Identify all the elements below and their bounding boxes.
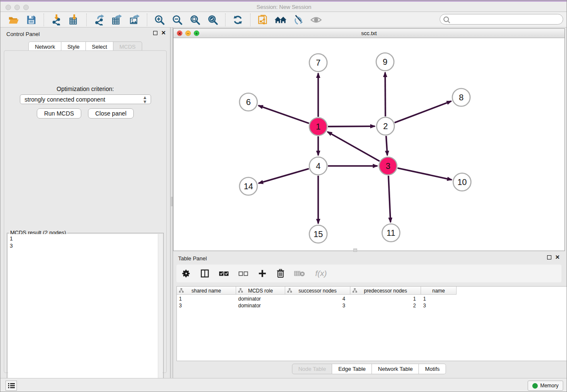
deselect-all-icon[interactable]	[238, 267, 248, 280]
search-input[interactable]	[449, 15, 563, 24]
graph-node-6[interactable]: 6	[239, 93, 257, 111]
select-all-icon[interactable]	[219, 267, 229, 280]
export-network-icon[interactable]	[93, 14, 105, 26]
graph-node-4[interactable]: 4	[309, 157, 327, 175]
import-network-icon[interactable]	[50, 14, 63, 26]
edge-2-8[interactable]	[395, 101, 451, 123]
edge-1-2[interactable]	[328, 126, 375, 127]
search-icon	[443, 17, 449, 22]
cell-name[interactable]: 3	[423, 302, 454, 309]
edge-4-14[interactable]	[259, 168, 309, 183]
toolbar-separator	[86, 14, 87, 26]
zoom-out-icon[interactable]	[171, 14, 184, 26]
toolbar-separator	[225, 14, 226, 26]
refresh-icon[interactable]	[231, 14, 244, 26]
edge-3-10[interactable]	[398, 168, 452, 180]
node-label: 1	[316, 122, 320, 131]
graph-node-8[interactable]: 8	[452, 88, 470, 106]
node-label: 9	[383, 57, 387, 66]
horizontal-splitter-grip[interactable]	[353, 248, 357, 252]
graph-node-10[interactable]: 10	[453, 173, 471, 191]
network-window-titlebar[interactable]: ✕ − + scc.txt	[173, 29, 564, 38]
cell-name[interactable]: 1	[423, 295, 454, 302]
node-label: 6	[246, 97, 250, 107]
add-icon[interactable]	[258, 267, 267, 280]
mcds-result-text[interactable]: 1 3	[8, 234, 158, 392]
result-scrollbar[interactable]	[158, 234, 162, 392]
cell-MCDS-role[interactable]: dominator	[238, 302, 283, 309]
float-table-panel-icon[interactable]	[547, 255, 551, 259]
control-panel-header: Control Panel ✕	[0, 28, 170, 40]
cell-predecessor-nodes[interactable]: 2	[350, 302, 416, 309]
table-row[interactable]: 3dominator323	[177, 302, 567, 309]
column-header-shared-name[interactable]: shared name	[177, 287, 236, 295]
visibility-icon	[310, 14, 322, 26]
delete-column-icon	[294, 267, 305, 280]
cell-predecessor-nodes[interactable]: 1	[350, 295, 416, 302]
graph-node-3[interactable]: 3	[379, 157, 397, 175]
edge-2-3[interactable]	[386, 136, 388, 155]
table-row[interactable]: 1dominator411	[177, 295, 567, 302]
graph-node-9[interactable]: 9	[376, 53, 394, 71]
graph-node-2[interactable]: 2	[377, 117, 394, 135]
memory-button[interactable]: Memory	[528, 381, 563, 391]
zoom-fit-icon[interactable]	[189, 14, 201, 26]
close-table-panel-icon[interactable]: ✕	[555, 255, 560, 259]
tab-network-table[interactable]: Network Table	[372, 364, 419, 374]
network-graph[interactable]: 7968124314101511	[173, 38, 564, 251]
columns-icon[interactable]	[200, 267, 209, 280]
status-bar: Memory	[0, 378, 567, 392]
column-header-MCDS-role[interactable]: MCDS role	[236, 287, 285, 295]
import-table-icon[interactable]	[68, 14, 80, 26]
edge-3-11[interactable]	[388, 176, 391, 222]
close-panel-button[interactable]: Close panel	[88, 108, 134, 119]
network-view-window: ✕ − + scc.txt 7968124314101511	[173, 28, 565, 251]
column-header-name[interactable]: name	[421, 287, 457, 295]
node-label: 15	[314, 229, 323, 239]
cell-shared-name[interactable]: 1	[179, 295, 234, 302]
column-header-successor-nodes[interactable]: successor nodes	[285, 287, 350, 295]
edge-2-9[interactable]	[385, 72, 385, 116]
cell-shared-name[interactable]: 3	[179, 302, 234, 309]
mcds-result-group: MCDS result (2 nodes) 1 3	[7, 233, 164, 392]
tab-edge-table[interactable]: Edge Table	[332, 364, 372, 374]
graph-node-7[interactable]: 7	[309, 54, 327, 72]
save-session-icon[interactable]	[25, 14, 38, 26]
graph-node-1[interactable]: 1	[309, 118, 327, 135]
zoom-in-icon[interactable]	[153, 14, 166, 26]
node-label: 2	[383, 121, 388, 131]
cell-successor-nodes[interactable]: 4	[285, 295, 345, 302]
node-table[interactable]: shared nameMCDS rolesuccessor nodesprede…	[176, 286, 567, 361]
table-toolbar: f(x)	[176, 265, 561, 282]
node-label: 14	[244, 182, 253, 191]
graph-node-14[interactable]: 14	[239, 177, 257, 195]
edge-1-6[interactable]	[259, 105, 309, 123]
column-header-predecessor-nodes[interactable]: predecessor nodes	[350, 287, 421, 295]
optimization-criterion-select[interactable]: strongly connected component ▲▼	[20, 94, 151, 104]
clone-network-icon[interactable]	[256, 14, 269, 26]
delete-icon[interactable]	[276, 267, 285, 280]
run-mcds-button[interactable]: Run MCDS	[37, 108, 81, 119]
tab-node-table[interactable]: Node Table	[292, 364, 333, 374]
tab-motifs[interactable]: Motifs	[419, 364, 446, 374]
export-table-icon[interactable]	[110, 14, 123, 26]
first-neighbors-icon[interactable]	[274, 14, 287, 26]
cell-successor-nodes[interactable]: 3	[285, 302, 345, 309]
vertical-splitter[interactable]	[170, 28, 173, 378]
graph-node-15[interactable]: 15	[309, 225, 327, 243]
export-image-icon[interactable]	[128, 14, 141, 26]
close-panel-icon[interactable]: ✕	[161, 31, 166, 35]
task-history-button[interactable]	[6, 381, 17, 391]
table-header-row: shared nameMCDS rolesuccessor nodesprede…	[177, 287, 457, 295]
search-field[interactable]	[440, 14, 563, 25]
zoom-selected-icon[interactable]	[206, 14, 219, 26]
gear-icon[interactable]	[182, 267, 191, 280]
edge-3-1[interactable]	[328, 132, 380, 161]
network-canvas[interactable]: 7968124314101511	[173, 38, 564, 251]
graph-node-11[interactable]: 11	[382, 224, 400, 242]
cell-MCDS-role[interactable]: dominator	[238, 295, 283, 302]
float-panel-icon[interactable]	[153, 31, 157, 35]
annotation-icon[interactable]	[292, 14, 305, 26]
splitter-grip[interactable]	[171, 197, 173, 206]
open-session-icon[interactable]	[7, 14, 20, 26]
